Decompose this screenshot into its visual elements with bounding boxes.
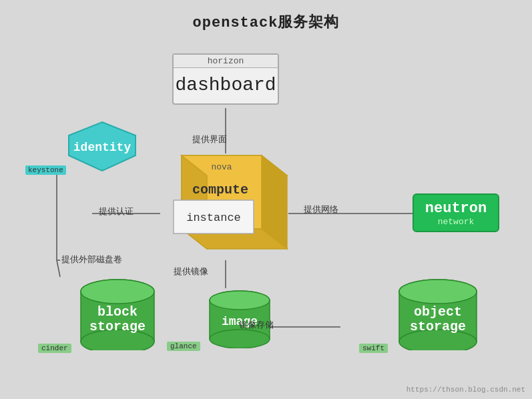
glance-label: glance bbox=[167, 342, 200, 351]
label-image-storage: 镜像存储 bbox=[239, 319, 274, 331]
glance-cylinder: image bbox=[206, 288, 273, 348]
horizon-main: dashboard bbox=[174, 68, 278, 103]
neutron-box: neutron network bbox=[413, 193, 499, 232]
svg-text:block: block bbox=[97, 304, 138, 320]
nova-cube-svg: nova compute instance bbox=[154, 145, 294, 266]
neutron-main: neutron bbox=[417, 200, 495, 217]
svg-point-22 bbox=[81, 280, 154, 304]
svg-text:compute: compute bbox=[192, 182, 248, 197]
svg-text:instance: instance bbox=[186, 212, 241, 224]
keystone-label: keystone bbox=[25, 165, 66, 175]
keystone-shape: identity bbox=[65, 119, 139, 172]
swift-label: swift bbox=[359, 344, 388, 353]
svg-text:identity: identity bbox=[73, 141, 131, 154]
swift-cylinder: object storage bbox=[394, 277, 481, 350]
svg-text:storage: storage bbox=[410, 319, 466, 334]
label-provide-ui: 提供界面 bbox=[192, 133, 227, 145]
horizon-box: horizon dashboard bbox=[172, 53, 279, 105]
svg-text:storage: storage bbox=[89, 319, 146, 334]
cinder-cylinder: block storage bbox=[77, 277, 158, 350]
svg-text:object: object bbox=[414, 304, 462, 320]
keystone-container: keystone identity bbox=[19, 119, 139, 176]
svg-line-7 bbox=[57, 260, 60, 277]
svg-point-27 bbox=[210, 330, 270, 348]
svg-text:nova: nova bbox=[211, 162, 232, 172]
horizon-label: horizon bbox=[174, 55, 278, 68]
cinder-container: cinder block storage bbox=[30, 277, 158, 354]
watermark: https://thson.blog.csdn.net bbox=[407, 386, 525, 394]
page-title: openstack服务架构 bbox=[0, 0, 532, 32]
swift-container: swift object storage bbox=[340, 277, 481, 354]
svg-point-28 bbox=[210, 291, 270, 310]
neutron-sub: network bbox=[417, 217, 495, 227]
label-provide-auth: 提供认证 bbox=[99, 206, 134, 218]
label-provide-network: 提供网络 bbox=[304, 204, 338, 216]
label-provide-disk: 提供外部磁盘卷 bbox=[61, 254, 122, 266]
nova-cube: nova compute instance bbox=[154, 145, 294, 269]
cinder-label: cinder bbox=[38, 344, 71, 353]
label-provide-image: 提供镜像 bbox=[174, 266, 208, 278]
svg-point-33 bbox=[399, 280, 477, 304]
